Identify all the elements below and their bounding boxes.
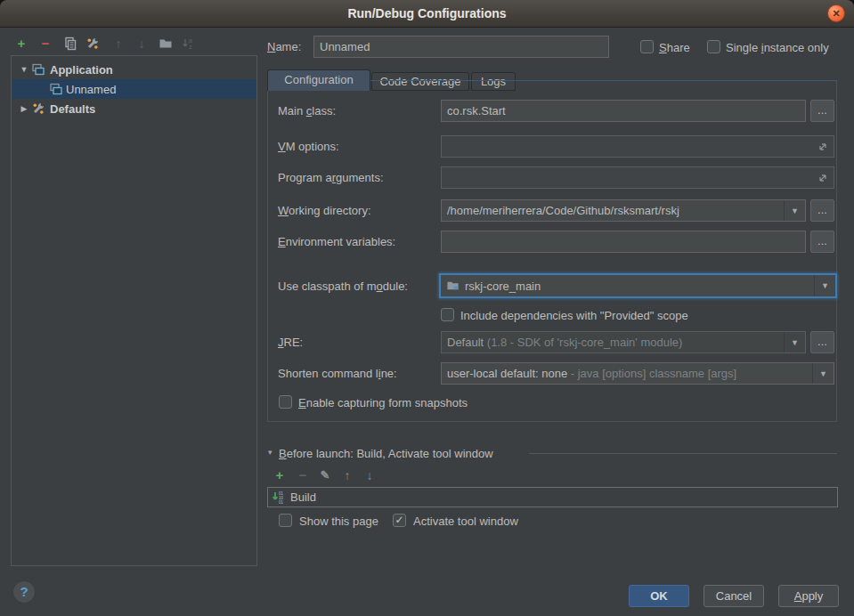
tree-item-unnamed[interactable]: Unnamed xyxy=(12,79,256,99)
show-this-page-checkbox[interactable] xyxy=(279,514,292,527)
application-icon xyxy=(49,82,63,96)
share-label[interactable]: Share xyxy=(659,40,690,55)
show-this-page-label[interactable]: Show this page xyxy=(299,514,378,529)
collapse-icon[interactable]: ▾ xyxy=(268,448,272,457)
sort-alphabetically-icon[interactable]: az xyxy=(182,36,196,51)
vm-options-label: VM options: xyxy=(278,135,339,158)
environment-variables-input[interactable] xyxy=(441,231,806,253)
tree-item-application[interactable]: ▼ Application xyxy=(12,60,256,79)
svg-text:a: a xyxy=(189,37,192,44)
shorten-command-line-label: Shorten command line: xyxy=(278,362,397,385)
jre-label: JRE: xyxy=(278,331,303,353)
cancel-button[interactable]: Cancel xyxy=(704,585,764,607)
add-task-icon[interactable]: + xyxy=(272,467,288,483)
enable-capturing-label[interactable]: Enable capturing form snapshots xyxy=(298,395,468,410)
environment-variables-browse-button[interactable]: ... xyxy=(810,231,834,253)
tree-item-label: Unnamed xyxy=(66,83,116,96)
expander-closed-icon[interactable]: ▶ xyxy=(19,104,29,113)
share-checkbox[interactable] xyxy=(640,40,654,53)
window-title: Run/Debug Configurations xyxy=(0,0,854,27)
tree-item-defaults[interactable]: ▶ Defaults xyxy=(12,99,256,118)
move-up-icon[interactable]: ↑ xyxy=(110,36,126,52)
main-class-browse-button[interactable]: ... xyxy=(810,100,834,122)
program-arguments-input[interactable] xyxy=(441,166,834,189)
title-bar: Run/Debug Configurations ✕ xyxy=(0,0,854,28)
run-debug-configurations-dialog: Run/Debug Configurations ✕ + − ↑ ↓ az ▼ … xyxy=(0,0,854,616)
new-folder-icon[interactable] xyxy=(159,36,173,51)
include-dependencies-checkbox[interactable] xyxy=(441,308,454,321)
expand-field-icon[interactable] xyxy=(817,172,829,184)
chevron-down-icon[interactable]: ▼ xyxy=(784,332,805,353)
tree-item-label: Application xyxy=(50,63,113,77)
main-class-input[interactable] xyxy=(441,100,806,122)
svg-text:01: 01 xyxy=(279,500,284,505)
wrench-icon xyxy=(31,101,45,116)
module-icon xyxy=(446,279,460,293)
move-down-icon[interactable]: ↓ xyxy=(134,36,150,52)
shorten-command-line-combo[interactable]: user-local default: none - java [options… xyxy=(441,362,834,385)
single-instance-checkbox[interactable] xyxy=(707,40,720,53)
add-icon[interactable]: + xyxy=(13,36,29,52)
before-launch-separator xyxy=(529,453,837,454)
include-dependencies-label[interactable]: Include dependencies with "Provided" sco… xyxy=(460,308,688,323)
working-directory-label: Working directory: xyxy=(278,199,371,222)
classpath-module-combo[interactable]: rskj-core_main ▼ xyxy=(439,273,837,298)
before-launch-header[interactable]: Before launch: Build, Activate tool wind… xyxy=(279,446,493,461)
chevron-down-icon[interactable]: ▼ xyxy=(784,200,805,221)
single-instance-label[interactable]: Single instance only xyxy=(726,40,829,55)
expand-field-icon[interactable] xyxy=(817,141,829,153)
tree-item-label: Defaults xyxy=(50,102,95,116)
program-arguments-label: Program arguments: xyxy=(278,166,384,189)
chevron-down-icon[interactable]: ▼ xyxy=(814,275,835,296)
before-launch-task-row[interactable]: 011001 Build xyxy=(267,487,838,507)
task-label: Build xyxy=(290,490,316,504)
activate-tool-window-label[interactable]: Activate tool window xyxy=(413,514,518,529)
vm-options-input[interactable] xyxy=(441,135,834,158)
copy-icon[interactable] xyxy=(62,36,77,51)
help-icon[interactable]: ? xyxy=(12,580,36,604)
apply-button[interactable]: Apply xyxy=(778,585,839,607)
edit-task-icon[interactable]: ✎ xyxy=(317,467,333,483)
move-task-down-icon[interactable]: ↓ xyxy=(362,467,378,483)
enable-capturing-checkbox[interactable] xyxy=(279,395,292,409)
edit-defaults-wrench-icon[interactable] xyxy=(85,36,100,51)
move-task-up-icon[interactable]: ↑ xyxy=(339,467,355,483)
classpath-module-label: Use classpath of module: xyxy=(278,274,408,296)
working-directory-combo[interactable]: /home/meriherrera/Code/Github/rsksmart/r… xyxy=(441,199,806,222)
build-icon: 011001 xyxy=(272,490,286,505)
jre-combo[interactable]: Default (1.8 - SDK of 'rskj-core_main' m… xyxy=(441,331,806,353)
name-input[interactable] xyxy=(313,36,609,58)
close-icon[interactable]: ✕ xyxy=(827,4,845,22)
name-label: Name: xyxy=(267,36,301,58)
working-directory-browse-button[interactable]: ... xyxy=(810,199,834,222)
ok-button[interactable]: OK xyxy=(629,585,689,607)
configurations-tree: ▼ Application Unnamed ▶ Defaults xyxy=(11,55,257,566)
environment-variables-label: Environment variables: xyxy=(278,231,395,253)
expander-open-icon[interactable]: ▼ xyxy=(19,65,29,74)
remove-icon[interactable]: − xyxy=(37,36,53,52)
check-icon: ✓ xyxy=(394,514,403,526)
svg-text:z: z xyxy=(189,44,192,50)
remove-task-icon[interactable]: − xyxy=(295,467,311,483)
main-class-label: Main class: xyxy=(278,100,336,122)
application-icon xyxy=(31,62,45,77)
tab-configuration[interactable]: Configuration xyxy=(267,69,370,91)
jre-browse-button[interactable]: ... xyxy=(810,331,834,353)
activate-tool-window-checkbox[interactable]: ✓ xyxy=(393,514,406,527)
chevron-down-icon[interactable]: ▼ xyxy=(812,363,834,384)
